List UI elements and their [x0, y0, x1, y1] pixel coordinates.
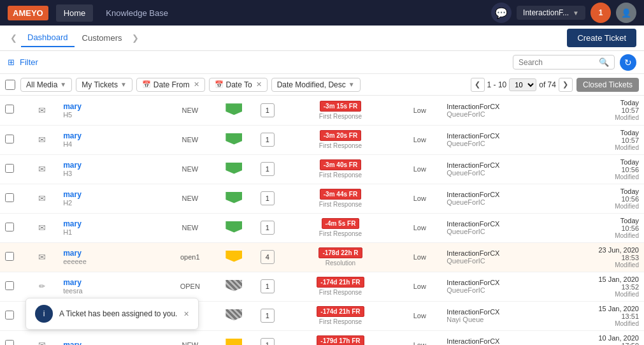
status-badge: NEW: [182, 136, 198, 143]
user-name[interactable]: mary: [63, 102, 159, 111]
date-from-filter[interactable]: 📅 Date From ✕: [136, 78, 205, 92]
flag-cell: [217, 213, 252, 242]
clear-date-from-icon[interactable]: ✕: [194, 80, 199, 89]
modified-label: Modified: [570, 114, 639, 121]
queue-sub: QueueForIC: [447, 169, 559, 177]
refresh-button[interactable]: ↻: [620, 54, 636, 71]
queue-cell: InteractionForCX QueueForIC: [441, 272, 564, 301]
response-label: First Response: [319, 172, 362, 179]
row-checkbox[interactable]: [5, 311, 14, 319]
response-label: First Response: [319, 230, 362, 237]
queue-cell: InteractionForCX Nayi Queue: [441, 301, 564, 330]
my-tickets-dropdown[interactable]: My Tickets ▼: [76, 78, 132, 92]
date-value: Today: [570, 99, 639, 106]
check-all[interactable]: [5, 80, 15, 90]
create-ticket-button[interactable]: Create Ticket: [567, 29, 636, 47]
date-value: 23 Jun, 2020: [570, 246, 639, 254]
filter-button[interactable]: Filter: [20, 57, 38, 67]
user-name[interactable]: mary: [63, 219, 159, 228]
row-checkbox[interactable]: [5, 340, 14, 346]
priority-cell: Low: [397, 213, 441, 242]
row-checkbox[interactable]: [5, 193, 14, 202]
count-cell: 1: [252, 184, 283, 213]
flag-cell: [217, 154, 252, 184]
all-media-dropdown[interactable]: All Media ▼: [20, 78, 72, 92]
row-checkbox[interactable]: [5, 223, 14, 231]
user-sub: H5: [63, 111, 159, 119]
sub-nav-customers[interactable]: Customers: [76, 29, 129, 47]
page-select[interactable]: 10 25 50: [509, 78, 536, 91]
date-to-filter[interactable]: 📅 Date To ✕: [209, 78, 268, 92]
date-cell: 23 Jun, 2020 18:53 Modified: [565, 242, 644, 272]
page-of: of 74: [539, 80, 556, 89]
sub-nav-dashboard[interactable]: Dashboard: [21, 29, 75, 47]
filter-icon: ⊞: [8, 57, 15, 67]
queue-name: InteractionForCX: [447, 220, 559, 228]
count-badge: 1: [261, 221, 275, 235]
priority-cell: Low: [397, 301, 441, 330]
response-time-badge: -174d 21h FR: [317, 306, 364, 317]
toast-close-button[interactable]: ×: [183, 309, 189, 319]
next-page-button[interactable]: ❯: [559, 78, 573, 92]
avatar[interactable]: 👤: [616, 3, 636, 23]
chevron-down-icon: ▼: [60, 81, 66, 88]
response-time-badge: -3m 44s FR: [320, 189, 361, 200]
closed-tickets-button[interactable]: Closed Tickets: [576, 78, 639, 92]
priority-label: Low: [413, 312, 426, 319]
search-input[interactable]: [519, 58, 596, 67]
table-row: ✉ mary H5 NEW 1 -3m 15s FR First Respons…: [0, 96, 644, 125]
clear-date-to-icon[interactable]: ✕: [256, 80, 262, 89]
toast-notification: i A Ticket has been assigned to you. ×: [25, 298, 199, 330]
row-checkbox[interactable]: [5, 281, 14, 290]
row-checkbox[interactable]: [5, 105, 14, 114]
priority-label: Low: [413, 136, 426, 143]
response-cell: -3m 15s FR First Response: [283, 96, 398, 125]
modified-label: Modified: [570, 203, 639, 210]
logo[interactable]: AMEYO: [8, 6, 48, 20]
message-icon: ✉: [26, 193, 58, 203]
user-name[interactable]: mary: [63, 131, 159, 140]
modified-label: Modified: [570, 144, 639, 151]
row-checkbox[interactable]: [5, 164, 14, 173]
user-cell: mary H3: [58, 154, 164, 184]
date-cell: Today 10:56 Modified: [565, 184, 644, 213]
nav-knowledge-base[interactable]: Knowledge Base: [98, 4, 176, 22]
row-checkbox[interactable]: [5, 135, 14, 143]
status-cell: open1: [164, 242, 217, 272]
chat-icon-btn[interactable]: 💬: [491, 3, 512, 23]
date-cell: Today 10:57 Modified: [565, 96, 644, 125]
flag-green-icon: [225, 192, 242, 203]
status-badge: NEW: [182, 224, 198, 231]
notification-btn[interactable]: 1: [590, 3, 611, 23]
user-name[interactable]: mary: [63, 161, 159, 170]
my-tickets-label: My Tickets: [82, 80, 118, 89]
sort-dropdown[interactable]: Date Modified, Desc ▼: [271, 78, 361, 92]
toast-message: A Ticket has been assigned to you.: [59, 309, 177, 318]
flag-cell: [217, 125, 252, 154]
status-cell: NEW: [164, 184, 217, 213]
priority-label: Low: [413, 341, 426, 345]
nav-home[interactable]: Home: [56, 4, 94, 22]
interaction-btn[interactable]: InteractionF... ▼: [517, 6, 585, 20]
priority-cell: Low: [397, 154, 441, 184]
user-sub: eeeeee: [63, 258, 159, 265]
flag-green-icon: [225, 221, 242, 233]
row-checkbox[interactable]: [5, 252, 14, 261]
user-name[interactable]: mary: [63, 249, 159, 258]
prev-page-button[interactable]: ❮: [471, 78, 485, 92]
status-cell: NEW: [164, 154, 217, 184]
status-badge: NEW: [182, 106, 198, 114]
search-box[interactable]: 🔍: [513, 55, 615, 70]
user-name[interactable]: mary: [63, 190, 159, 199]
user-name[interactable]: mary: [63, 278, 159, 287]
user-name[interactable]: mary: [63, 341, 159, 345]
response-cell: -4m 5s FR First Response: [283, 213, 398, 242]
queue-cell: InteractionForCX QueueForIC: [441, 125, 564, 154]
date-cell: 15 Jan, 2020 13:52 Modified: [565, 272, 644, 301]
user-cell: mary eeeeee: [58, 242, 164, 272]
status-badge: open1: [180, 253, 200, 261]
user-sub: H2: [63, 199, 159, 207]
date-value: Today: [570, 158, 639, 166]
priority-cell: Low: [397, 184, 441, 213]
queue-name: InteractionForCX: [447, 249, 559, 257]
